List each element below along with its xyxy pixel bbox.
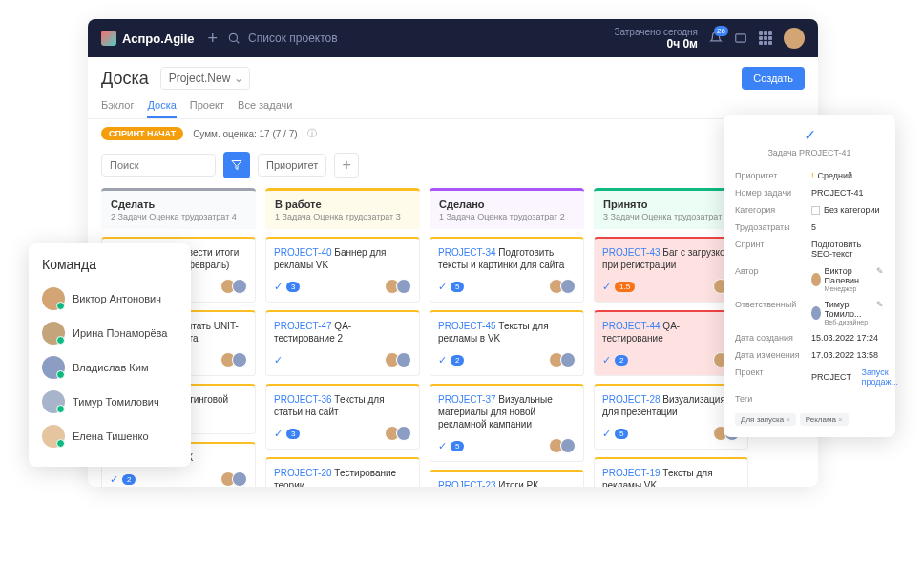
team-member[interactable]: Ирина Понаморёва	[42, 316, 178, 350]
priority-select[interactable]: Приоритет	[258, 154, 326, 177]
edit-icon[interactable]: ✎	[876, 266, 884, 292]
tab-project[interactable]: Проект	[190, 94, 224, 118]
help-icon[interactable]: ⓘ	[307, 127, 317, 140]
kanban-board: Сделать2 Задачи Оценка трудозатрат 4PROJ…	[88, 188, 818, 487]
team-member[interactable]: Елена Тишенко	[42, 419, 178, 453]
team-title: Команда	[42, 257, 178, 272]
task-card[interactable]: PROJECT-20 Тестирование теории✓	[265, 457, 420, 487]
task-card[interactable]: PROJECT-40 Баннер для рекламы VK✓3	[265, 237, 420, 303]
team-member[interactable]: Тимур Томилович	[42, 385, 178, 419]
edit-icon[interactable]: ✎	[876, 300, 884, 325]
tab-all-tasks[interactable]: Все задачи	[238, 94, 292, 118]
apps-icon[interactable]	[759, 31, 772, 45]
task-card[interactable]: PROJECT-47 QA-тестирование 2✓	[265, 310, 420, 376]
tab-backlog[interactable]: Бэклог	[101, 94, 134, 118]
task-detail-panel: ✓ Задача PROJECT-41 Приоритет!Средний Но…	[724, 115, 895, 437]
page-title: Доска	[101, 69, 149, 89]
svg-rect-2	[736, 34, 746, 42]
team-panel: Команда Виктор АнтоновичИрина Понаморёва…	[29, 243, 191, 467]
task-card[interactable]: PROJECT-36 Тексты для статьи на сайт✓3	[265, 384, 420, 450]
app-window: Аспро.Agile + Список проектов Затрачено …	[88, 19, 818, 487]
add-column-button[interactable]: +	[334, 153, 359, 178]
projects-link[interactable]: Список проектов	[248, 31, 338, 45]
svg-line-1	[237, 41, 240, 44]
project-link[interactable]: Запуск продаж...	[862, 367, 898, 387]
topbar: Аспро.Agile + Список проектов Затрачено …	[88, 19, 818, 57]
project-select[interactable]: Project.New ⌄	[160, 67, 251, 90]
sprint-badge: СПРИНТ НАЧАТ	[101, 127, 183, 140]
team-member[interactable]: Виктор Антонович	[42, 282, 178, 316]
add-button[interactable]: +	[208, 29, 219, 49]
tag[interactable]: Реклама×	[800, 413, 849, 426]
task-card[interactable]: PROJECT-19 Тексты для рекламы VK✓5	[594, 457, 748, 487]
time-tracker[interactable]: Затрачено сегодня 0ч 0м	[614, 27, 698, 51]
search-icon[interactable]	[227, 31, 241, 45]
tabs: Бэклог Доска Проект Все задачи	[88, 90, 818, 119]
priority-icon: !	[811, 171, 814, 180]
column: Сделано1 Задача Оценка трудозатрат 2PROJ…	[430, 188, 584, 487]
team-member[interactable]: Владислав Ким	[42, 350, 178, 385]
tab-board[interactable]: Доска	[147, 94, 176, 118]
filter-row: Приоритет +	[88, 148, 818, 188]
logo-icon	[101, 31, 116, 46]
sprint-estimate: Сумм. оценка: 17 (7 / 7)	[193, 129, 297, 139]
subheader: Доска Project.New ⌄ Создать	[88, 57, 818, 90]
user-avatar[interactable]	[784, 28, 805, 49]
logo[interactable]: Аспро.Agile	[101, 31, 195, 46]
task-card[interactable]: PROJECT-45 Тексты для рекламы в VK✓2	[430, 310, 584, 376]
column-header: Сделать2 Задачи Оценка трудозатрат 4	[101, 188, 256, 229]
filter-button[interactable]	[223, 152, 250, 178]
create-button[interactable]: Создать	[742, 67, 805, 90]
search-input[interactable]	[101, 154, 216, 177]
chat-icon[interactable]	[734, 31, 747, 45]
svg-marker-3	[232, 161, 242, 170]
check-icon: ✓	[735, 126, 884, 144]
task-card[interactable]: PROJECT-23 Итоги РК✓	[430, 470, 584, 487]
category-icon	[811, 206, 820, 215]
sprint-row: СПРИНТ НАЧАТ Сумм. оценка: 17 (7 / 7) ⓘ	[88, 119, 818, 148]
tag[interactable]: Для запуска×	[735, 413, 796, 426]
column: В работе1 Задача Оценка трудозатрат 3PRO…	[265, 188, 420, 487]
svg-point-0	[229, 33, 237, 41]
column-header: В работе1 Задача Оценка трудозатрат 3	[265, 188, 420, 229]
task-card[interactable]: PROJECT-34 Подготовить тексты и картинки…	[430, 237, 584, 303]
task-card[interactable]: PROJECT-37 Визуальные материалы для ново…	[430, 384, 584, 462]
bell-icon[interactable]: 26	[709, 31, 723, 45]
column-header: Сделано1 Задача Оценка трудозатрат 2	[430, 188, 584, 229]
